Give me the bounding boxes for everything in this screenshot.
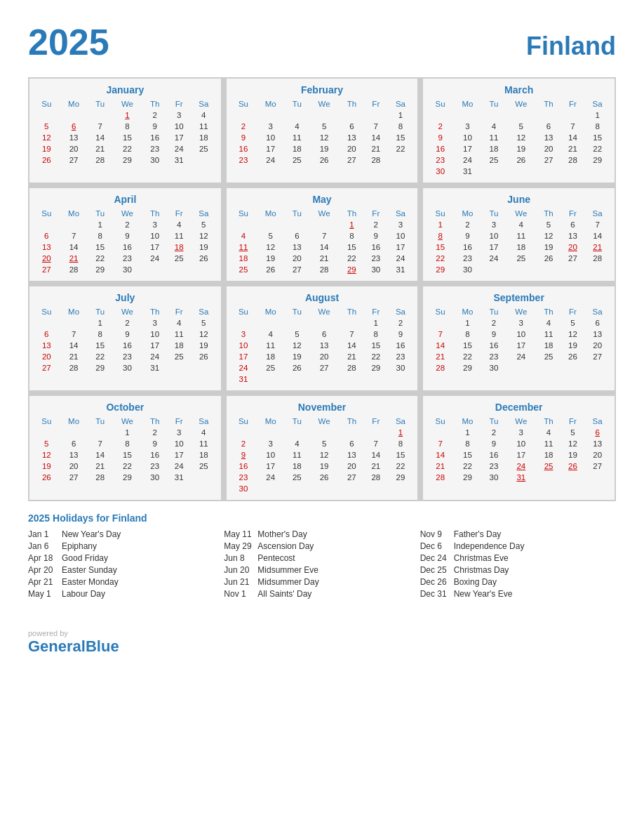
cal-day: 9 xyxy=(231,449,257,461)
cal-day: 4 xyxy=(536,317,561,329)
holiday-row: Apr 20Easter Sunday xyxy=(28,565,224,575)
cal-day: 29 xyxy=(584,154,610,166)
cal-day: 1 xyxy=(453,427,482,438)
cal-day: 15 xyxy=(388,132,414,143)
cal-day: 10 xyxy=(453,132,482,143)
weekday-header-mo: Mo xyxy=(60,208,88,219)
weekday-header-th: Th xyxy=(142,306,167,317)
cal-day: 15 xyxy=(388,449,414,461)
cal-day: 13 xyxy=(60,449,88,461)
cal-day xyxy=(364,110,388,121)
cal-day xyxy=(191,362,217,373)
holiday-date: May 29 xyxy=(224,541,257,551)
cal-day: 29 xyxy=(388,472,414,483)
cal-day: 23 xyxy=(388,351,414,362)
cal-day xyxy=(364,483,388,494)
cal-day xyxy=(364,373,388,385)
cal-day: 8 xyxy=(453,438,482,449)
year-title: 2025 xyxy=(28,21,109,63)
cal-day: 7 xyxy=(309,230,339,241)
cal-day: 16 xyxy=(112,340,142,351)
cal-day: 12 xyxy=(561,438,585,449)
cal-day: 22 xyxy=(88,253,112,264)
cal-day xyxy=(231,110,257,121)
weekday-header-th: Th xyxy=(142,208,167,219)
cal-day: 15 xyxy=(112,132,142,143)
cal-day: 11 xyxy=(285,449,309,461)
weekday-header-fr: Fr xyxy=(561,416,585,427)
cal-day xyxy=(309,373,339,385)
cal-day: 20 xyxy=(340,461,364,472)
cal-day: 11 xyxy=(167,329,191,340)
cal-day: 7 xyxy=(427,329,453,340)
cal-day: 5 xyxy=(34,438,60,449)
cal-day: 7 xyxy=(364,121,388,132)
cal-day: 28 xyxy=(427,362,453,373)
footer: powered by GeneralBlue xyxy=(28,629,616,656)
cal-day: 30 xyxy=(112,362,142,373)
cal-day xyxy=(309,483,339,494)
cal-day: 4 xyxy=(231,230,257,241)
month-box-may: MaySuMoTuWeThFrSa12345678910111213141516… xyxy=(227,188,418,281)
cal-day: 17 xyxy=(482,241,506,253)
cal-day: 7 xyxy=(88,121,112,132)
cal-day: 8 xyxy=(388,121,414,132)
cal-day: 25 xyxy=(285,472,309,483)
cal-day xyxy=(388,154,414,166)
weekday-header-mo: Mo xyxy=(60,98,88,110)
cal-day: 6 xyxy=(34,230,60,241)
cal-day: 17 xyxy=(256,143,285,154)
cal-day xyxy=(34,110,60,121)
cal-day: 17 xyxy=(256,461,285,472)
weekday-header-mo: Mo xyxy=(453,416,482,427)
cal-day: 16 xyxy=(482,340,506,351)
cal-day: 24 xyxy=(142,253,167,264)
weekday-header-tu: Tu xyxy=(88,98,112,110)
cal-day xyxy=(427,427,453,438)
weekday-header-fr: Fr xyxy=(561,306,585,317)
weekday-header-tu: Tu xyxy=(285,416,309,427)
cal-day: 9 xyxy=(112,230,142,241)
cal-day: 6 xyxy=(340,121,364,132)
holiday-name: Ascension Day xyxy=(257,541,314,551)
cal-day xyxy=(88,427,112,438)
cal-day: 16 xyxy=(231,143,257,154)
holiday-row: May 29Ascension Day xyxy=(224,541,420,551)
holiday-date: Jun 21 xyxy=(224,577,257,587)
holidays-title: 2025 Holidays for Finland xyxy=(28,512,616,524)
holiday-name: Midsummer Eve xyxy=(257,565,318,575)
holiday-row: May 1Labour Day xyxy=(28,589,224,599)
brand-blue: Blue xyxy=(86,637,119,655)
weekday-header-we: We xyxy=(309,416,339,427)
cal-day: 20 xyxy=(34,253,60,264)
cal-day xyxy=(231,317,257,329)
cal-day xyxy=(340,427,364,438)
weekday-header-mo: Mo xyxy=(256,208,285,219)
cal-day: 23 xyxy=(364,253,388,264)
cal-day: 24 xyxy=(506,461,536,472)
cal-day: 29 xyxy=(453,472,482,483)
weekday-header-th: Th xyxy=(536,98,561,110)
cal-day: 16 xyxy=(142,449,167,461)
weekday-header-fr: Fr xyxy=(364,306,388,317)
cal-day: 16 xyxy=(364,241,388,253)
cal-day: 5 xyxy=(285,329,309,340)
weekday-header-we: We xyxy=(309,208,339,219)
cal-day: 2 xyxy=(142,110,167,121)
cal-day: 24 xyxy=(256,154,285,166)
holiday-row: Dec 26Boxing Day xyxy=(420,577,616,587)
cal-day: 2 xyxy=(482,427,506,438)
cal-day: 25 xyxy=(256,362,285,373)
cal-day: 24 xyxy=(256,472,285,483)
cal-day: 8 xyxy=(112,121,142,132)
holiday-name: Epiphany xyxy=(62,541,97,551)
cal-day: 23 xyxy=(482,461,506,472)
cal-day: 17 xyxy=(142,340,167,351)
cal-day: 26 xyxy=(309,472,339,483)
cal-day: 25 xyxy=(191,143,217,154)
cal-day: 12 xyxy=(34,449,60,461)
month-box-april: AprilSuMoTuWeThFrSa123456789101112131415… xyxy=(29,188,221,281)
weekday-header-sa: Sa xyxy=(388,306,414,317)
cal-day: 8 xyxy=(388,438,414,449)
cal-day: 14 xyxy=(340,340,364,351)
